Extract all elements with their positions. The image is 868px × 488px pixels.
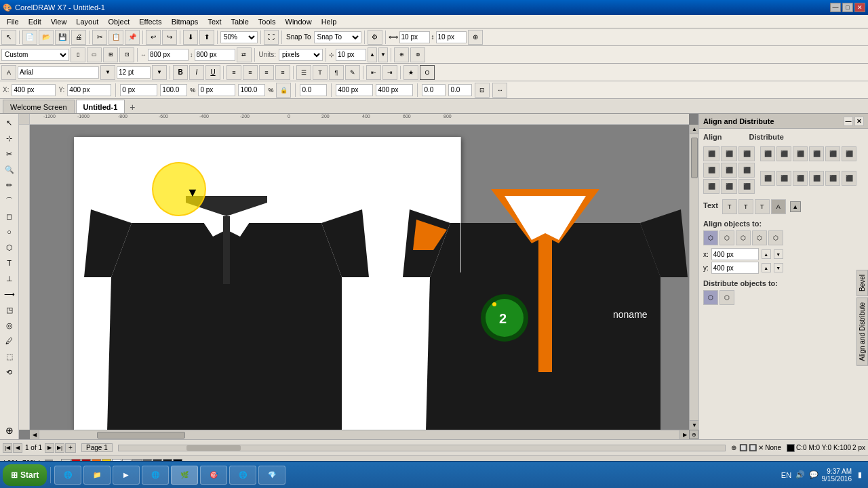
menu-file[interactable]: File bbox=[3, 17, 23, 26]
last-page-btn[interactable]: ▶| bbox=[55, 443, 64, 453]
align-to-page-btn[interactable]: ⬡ bbox=[703, 230, 718, 245]
align-x-input[interactable] bbox=[711, 248, 759, 260]
crop-tool[interactable]: ✂ bbox=[2, 146, 17, 161]
nudge-y-input[interactable] bbox=[436, 31, 467, 43]
char-format-btn[interactable]: T bbox=[313, 65, 328, 80]
page-options-btn[interactable]: ⊞ bbox=[103, 47, 118, 62]
tray-show-desktop[interactable]: ▮ bbox=[854, 470, 865, 481]
start-button[interactable]: ⊞ Start bbox=[3, 464, 47, 486]
align-bc-btn[interactable]: ⬛ bbox=[721, 179, 737, 194]
nudge-x2-down[interactable]: ▼ bbox=[378, 47, 388, 62]
full-screen-btn[interactable]: ⛶ bbox=[264, 30, 279, 45]
swap-dimensions-btn[interactable]: ⇄ bbox=[237, 47, 252, 62]
hscroll-status-thumb[interactable] bbox=[186, 445, 241, 451]
height-pct-input[interactable] bbox=[238, 84, 265, 96]
menu-text[interactable]: Text bbox=[203, 17, 225, 26]
horizontal-scrollbar[interactable]: ◀ ▶ bbox=[30, 430, 689, 439]
align-center-btn[interactable]: ≡ bbox=[243, 65, 258, 80]
dist-h-left-btn[interactable]: ⬛ bbox=[760, 146, 775, 161]
vertical-scrollbar[interactable]: ▲ ▼ bbox=[689, 125, 698, 430]
transform-btn[interactable]: ⊡ bbox=[475, 83, 490, 98]
freehand-tool[interactable]: ✏ bbox=[2, 178, 17, 192]
align-dist-tab[interactable]: Align and Distribute bbox=[856, 298, 868, 366]
underline-btn[interactable]: U bbox=[205, 65, 220, 80]
vscroll-down-btn[interactable]: ▼ bbox=[690, 420, 698, 430]
page-name-tab[interactable]: Page 1 bbox=[81, 443, 113, 452]
preset-dropdown[interactable]: Custom bbox=[1, 49, 69, 61]
dist-gap-h-btn[interactable]: ⬛ bbox=[760, 171, 775, 186]
close-button[interactable]: ✕ bbox=[854, 3, 865, 12]
hscroll-thumb[interactable] bbox=[97, 432, 185, 439]
interactive-fill-tool[interactable]: ⬚ bbox=[2, 349, 17, 364]
align-ml-btn[interactable]: ⬛ bbox=[703, 163, 719, 178]
tray-sound[interactable]: 🔊 bbox=[795, 470, 806, 481]
taskbar-explorer[interactable]: 📁 bbox=[83, 466, 111, 485]
x-coord-input[interactable] bbox=[12, 84, 56, 96]
text-format-btn[interactable]: ¶ bbox=[329, 65, 344, 80]
align-to-edge-btn[interactable]: ⬡ bbox=[752, 230, 767, 245]
polygon-tool[interactable]: ⬡ bbox=[2, 240, 17, 255]
nudge-x-input[interactable] bbox=[399, 31, 430, 43]
height-obj-input[interactable] bbox=[198, 84, 235, 96]
star-btn[interactable]: ★ bbox=[403, 65, 418, 80]
dist-gap-v-btn[interactable]: ⬛ bbox=[776, 171, 791, 186]
align-to-grid-btn[interactable]: ⬡ bbox=[768, 230, 783, 245]
panel-close-btn[interactable]: ✕ bbox=[854, 117, 864, 126]
minimize-button[interactable]: — bbox=[830, 3, 841, 12]
vscroll-up-btn[interactable]: ▲ bbox=[690, 125, 698, 134]
font-name-input[interactable] bbox=[18, 66, 99, 79]
dist-h2-btn[interactable]: ⬛ bbox=[842, 171, 856, 186]
width-obj-input[interactable] bbox=[120, 84, 157, 96]
bullet-list-btn[interactable]: ☰ bbox=[296, 65, 311, 80]
align-y-up[interactable]: ▲ bbox=[762, 263, 771, 272]
new-doc-btn[interactable]: 📄 bbox=[22, 30, 37, 45]
menu-effects[interactable]: Effects bbox=[135, 17, 165, 26]
menu-object[interactable]: Object bbox=[104, 17, 134, 26]
redo-btn[interactable]: ↪ bbox=[162, 30, 177, 45]
hscroll-right-btn[interactable]: ▶ bbox=[679, 430, 689, 440]
align-tr-btn[interactable]: ⬛ bbox=[738, 146, 755, 161]
bold-btn[interactable]: B bbox=[173, 65, 188, 80]
dist-to-selection-btn[interactable]: ⬡ bbox=[719, 290, 734, 305]
angle-input[interactable] bbox=[300, 84, 327, 96]
dist-to-page-btn[interactable]: ⬡ bbox=[703, 290, 718, 305]
dist-w-btn[interactable]: ⬛ bbox=[825, 171, 840, 186]
dist-v-bottom-btn[interactable]: ⬛ bbox=[842, 146, 856, 161]
taskbar-chrome1[interactable]: 🌐 bbox=[142, 466, 169, 485]
add-page-btn[interactable]: ⊕ bbox=[468, 30, 483, 45]
dist-h-center-btn[interactable]: ⬛ bbox=[776, 146, 791, 161]
next-page-btn[interactable]: ▶ bbox=[45, 443, 54, 453]
align-right-btn[interactable]: ≡ bbox=[259, 65, 274, 80]
units-dropdown[interactable]: pixelsmminches bbox=[279, 49, 323, 61]
italic-btn[interactable]: I bbox=[189, 65, 204, 80]
page-height-input[interactable] bbox=[195, 49, 235, 61]
font-size-dropdown-btn[interactable]: ▼ bbox=[152, 65, 167, 80]
import-btn[interactable]: ⬇ bbox=[183, 30, 198, 45]
rectangle-tool[interactable]: ◻ bbox=[2, 209, 17, 224]
menu-help[interactable]: Help bbox=[317, 17, 341, 26]
align-br-btn[interactable]: ⬛ bbox=[738, 179, 755, 194]
zoom-corner-btn[interactable]: ⊕ bbox=[689, 430, 698, 439]
prev-page-btn[interactable]: ◀ bbox=[13, 443, 22, 453]
export-btn[interactable]: ⬆ bbox=[199, 30, 214, 45]
dist-y-btn[interactable]: ⬛ bbox=[809, 171, 824, 186]
taskbar-app2[interactable]: 🎯 bbox=[200, 466, 227, 485]
vscroll-thumb[interactable] bbox=[691, 138, 698, 178]
dist-v-center-btn[interactable]: ⬛ bbox=[825, 146, 840, 161]
indent-left-btn[interactable]: ⇤ bbox=[366, 65, 381, 80]
text-align-btn4[interactable]: A bbox=[771, 199, 786, 214]
menu-table[interactable]: Table bbox=[227, 17, 253, 26]
y-coord-input[interactable] bbox=[67, 84, 111, 96]
menu-layout[interactable]: Layout bbox=[72, 17, 102, 26]
tray-network[interactable]: EN bbox=[781, 470, 792, 481]
align-mr-btn[interactable]: ⬛ bbox=[738, 163, 755, 178]
tab-welcome[interactable]: Welcome Screen bbox=[3, 100, 75, 113]
zoom-tool[interactable]: 🔍 bbox=[2, 162, 17, 177]
menu-bitmaps[interactable]: Bitmaps bbox=[167, 17, 203, 26]
smart-fill-tool[interactable]: ⟲ bbox=[2, 365, 17, 380]
drop-shadow-tool[interactable]: ◳ bbox=[2, 302, 17, 317]
hscroll-left-btn[interactable]: ◀ bbox=[30, 430, 39, 440]
delete-page-btn[interactable]: ⊗ bbox=[410, 47, 425, 62]
taskbar-chrome2[interactable]: 🌐 bbox=[229, 466, 256, 485]
page-width-input[interactable] bbox=[148, 49, 189, 61]
